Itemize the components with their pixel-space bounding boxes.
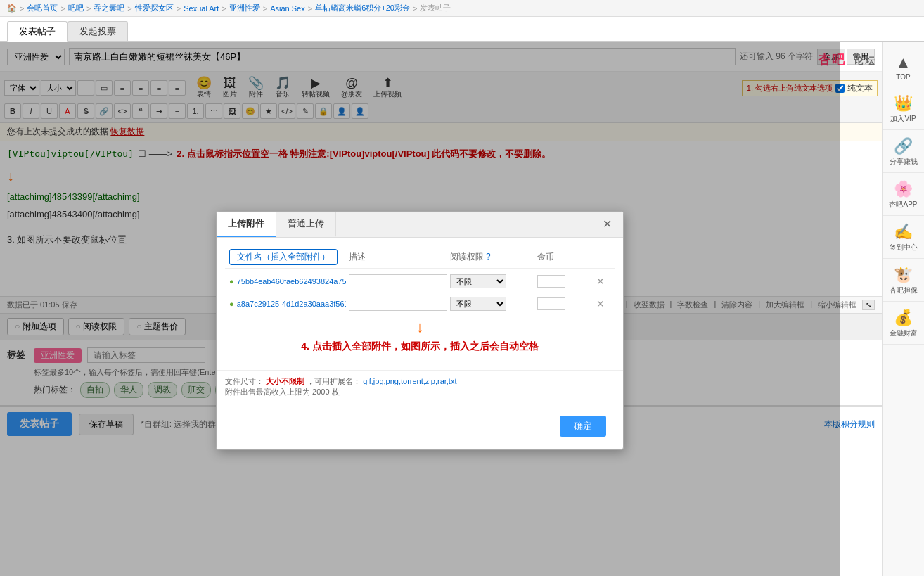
sidebar-finance-btn[interactable]: 💰 金融财富 (883, 303, 924, 345)
main-wrapper: 杏吧 论坛 亚洲性爱 还可输入 96 个字符 全屏 常用 字体 (0, 42, 924, 576)
top-label: TOP (896, 73, 910, 81)
top-icon: ▲ (896, 53, 911, 72)
perm-select-1[interactable]: 不限 (450, 297, 506, 311)
delete-btn-0[interactable]: ✕ (596, 276, 610, 287)
desc-input-1[interactable] (349, 297, 447, 311)
right-sidebar: ▲ TOP 👑 加入VIP 🔗 分享赚钱 🌸 杏吧APP ✍ 签到中心 🐮 杏吧… (882, 42, 924, 576)
post-tabs: 发表帖子 发起投票 (0, 17, 924, 42)
sidebar-app-btn[interactable]: 🌸 杏吧APP (883, 174, 924, 216)
breadcrumb-item-2[interactable]: 吧吧 (68, 3, 84, 13)
home-icon: 🏠 (7, 4, 17, 13)
perm-select-0[interactable]: 不限 (450, 274, 506, 288)
breadcrumb-item-4[interactable]: 性爱探女区 (135, 3, 174, 13)
checkin-icon: ✍ (894, 223, 913, 241)
breadcrumb-item-5[interactable]: Sexual Art (184, 4, 219, 13)
checkin-label: 签到中心 (890, 243, 918, 252)
resize-editor-btn[interactable]: ⤡ (862, 300, 875, 310)
modal-tab-normal[interactable]: 普通上传 (276, 212, 336, 237)
common-btn[interactable]: 常用 (847, 49, 875, 65)
sidebar-guarantee-btn[interactable]: 🐮 杏吧担保 (883, 260, 924, 302)
file-size-info: 文件尺寸： 大小不限制 ，可用扩展名： gif,jpg,png,torrent,… (225, 376, 615, 387)
app-label: 杏吧APP (889, 200, 917, 210)
sidebar-share-btn[interactable]: 🔗 分享赚钱 (883, 132, 924, 173)
file-name-1[interactable]: ● a8a7c29125-4d1d2a30aaa3f561ca0 ... (229, 300, 346, 308)
modal-confirm-btn[interactable]: 确定 (560, 416, 606, 437)
modal-tab-upload[interactable]: 上传附件 (217, 212, 276, 237)
breadcrumb-separator: > (20, 4, 24, 13)
finance-icon: 💰 (894, 309, 913, 327)
filename-header-cell: 文件名（插入全部附件） (229, 249, 346, 265)
step4-annotation: 4. 点击插入全部附件，如图所示，插入之后会自动空格 (225, 340, 615, 353)
modal-table-header: 文件名（插入全部附件） 描述 阅读权限 ? 金币 (225, 246, 615, 269)
breadcrumb: 🏠 > 会吧首页 > 吧吧 > 吞之囊吧 > 性爱探女区 > Sexual Ar… (0, 0, 924, 17)
modal-footer-info: 文件尺寸： 大小不限制 ，可用扩展名： gif,jpg,png,torrent,… (217, 370, 623, 403)
finance-label: 金融财富 (890, 328, 918, 338)
max-income-info: 附件出售最高收入上限为 2000 枚 (225, 387, 615, 397)
modal-overlay: 上传附件 普通上传 ✕ 文件名（插入全部附件） 描述 阅读权限 ? (0, 42, 840, 576)
delete-btn-1[interactable]: ✕ (596, 298, 610, 309)
modal-close-btn[interactable]: ✕ (596, 213, 619, 235)
file-icon-0: ● (229, 277, 234, 286)
breadcrumb-item-6[interactable]: 亚洲性爱 (229, 3, 260, 13)
perm-help-icon[interactable]: ? (486, 252, 491, 262)
file-name-0[interactable]: ● 75bb4eab460faeb62493824a75db14 ... (229, 277, 346, 286)
ext-list: gif,jpg,png,torrent,zip,rar,txt (363, 377, 456, 385)
sidebar-checkin-btn[interactable]: ✍ 签到中心 (883, 217, 924, 259)
size-limit-text: 大小不限制 (266, 377, 304, 385)
breadcrumb-item-8[interactable]: 单帖鳞高米鳞6积分+20彩金 (315, 3, 410, 13)
pure-text-label: 纯文本 (847, 82, 873, 94)
modal-confirm-area: 确定 (217, 403, 623, 449)
vip-label: 加入VIP (890, 114, 916, 124)
modal-body: 文件名（插入全部附件） 描述 阅读权限 ? 金币 ● (217, 238, 623, 366)
read-perm-header: 阅读权限 ? (450, 251, 534, 263)
modal-header: 上传附件 普通上传 ✕ (217, 212, 623, 238)
app-icon: 🌸 (894, 180, 913, 198)
desc-input-0[interactable] (349, 274, 447, 288)
tab-vote[interactable]: 发起投票 (68, 21, 128, 41)
file-icon-1: ● (229, 300, 234, 308)
file-row-1: ● a8a7c29125-4d1d2a30aaa3f561ca0 ... 不限 … (225, 295, 615, 312)
insert-all-btn[interactable]: 文件名（插入全部附件） (229, 249, 338, 265)
breadcrumb-current: 发表帖子 (420, 3, 451, 13)
coins-header: 金币 (537, 251, 593, 263)
sidebar-top-btn[interactable]: ▲ TOP (883, 48, 924, 87)
vip-icon: 👑 (894, 94, 913, 113)
share-icon: 🔗 (894, 137, 913, 155)
tab-post[interactable]: 发表帖子 (7, 21, 68, 42)
breadcrumb-item-3[interactable]: 吞之囊吧 (94, 3, 124, 13)
coins-input-1[interactable] (537, 297, 565, 310)
sidebar-vip-btn[interactable]: 👑 加入VIP (883, 89, 924, 130)
breadcrumb-item-1[interactable]: 会吧首页 (27, 3, 58, 13)
coins-input-0[interactable] (537, 275, 565, 288)
guarantee-icon: 🐮 (894, 266, 913, 284)
desc-header: 描述 (349, 251, 447, 263)
guarantee-label: 杏吧担保 (890, 286, 918, 295)
file-row-0: ● 75bb4eab460faeb62493824a75db14 ... 不限 … (225, 273, 615, 290)
content-area: 杏吧 论坛 亚洲性爱 还可输入 96 个字符 全屏 常用 字体 (0, 42, 882, 576)
modal-arrow-down: ↓ (225, 318, 615, 336)
modal-dialog: 上传附件 普通上传 ✕ 文件名（插入全部附件） 描述 阅读权限 ? (216, 211, 624, 450)
share-label: 分享赚钱 (890, 157, 918, 167)
breadcrumb-item-7[interactable]: Asian Sex (270, 4, 305, 13)
